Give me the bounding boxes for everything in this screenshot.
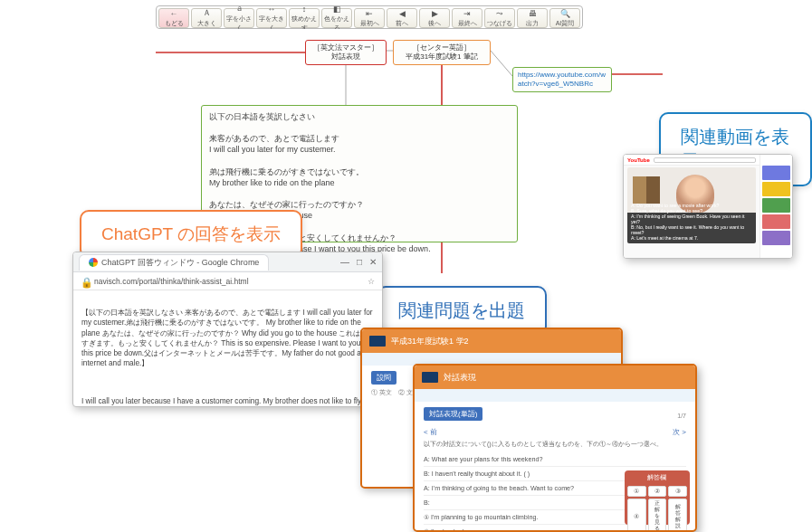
color-icon: ◧ (332, 5, 341, 14)
show-answer-button[interactable]: 正解を見る (648, 499, 667, 532)
answer-keypad: 解答欄 ① ② ③ ④ 正解を見る 解答解説 (625, 470, 690, 525)
prev-question-link[interactable]: < 前 (424, 427, 437, 437)
suggested-video-thumb[interactable] (762, 231, 790, 245)
quiz-line: A: What are your plans for this weekend? (424, 452, 686, 467)
url-text: navisch.com/portal/thinka/think-assist_a… (94, 277, 362, 286)
maximize-icon[interactable]: □ (357, 257, 362, 267)
chatgpt-response-content: 【以下の日本語を英訳しなさい 来客があるので、あとで電話します I will c… (73, 290, 382, 406)
color-button[interactable]: ◧色をかえる (321, 8, 352, 28)
back-icon: ← (169, 9, 178, 18)
answer-keypad-header: 解答欄 (627, 473, 687, 484)
browser-titlebar[interactable]: ChatGPT 回答ウィンドウ - Google Chrome — □ ✕ (73, 252, 382, 272)
node-grammar-master[interactable]: ［英文法マスター］ 対話表現 (305, 40, 387, 65)
go-last-button[interactable]: ⇥最終へ (452, 8, 482, 28)
browser-tab[interactable]: ChatGPT 回答ウィンドウ - Google Chrome (79, 254, 269, 271)
star-icon[interactable]: ☆ (368, 277, 375, 286)
go-next-button[interactable]: ▶後へ (419, 8, 450, 28)
youtube-search-input[interactable] (654, 157, 756, 163)
suggested-video-thumb[interactable] (762, 214, 790, 229)
wider-icon: ↔ (267, 5, 276, 14)
smaller-button[interactable]: ａ字を小さく (224, 8, 254, 28)
video-suggestions (759, 155, 792, 258)
narrower-button[interactable]: ↕狭めかえす (289, 8, 320, 28)
close-icon[interactable]: ✕ (369, 257, 377, 267)
chatgpt-browser-window: ChatGPT 回答ウィンドウ - Google Chrome — □ ✕ 🔒 … (72, 252, 383, 407)
go-prev-button-label: 前へ (396, 19, 408, 28)
go-last-icon: ⇥ (463, 9, 472, 18)
go-next-icon: ▶ (430, 9, 439, 18)
go-prev-icon: ◀ (397, 9, 406, 18)
print-button[interactable]: 🖶出力 (517, 8, 548, 28)
back-button[interactable]: ←もどる (158, 8, 189, 28)
suggested-video-thumb[interactable] (762, 166, 790, 180)
answer-choice-1[interactable]: ① (627, 486, 646, 497)
go-first-icon: ⇤ (365, 9, 374, 18)
quiz-section-label: 対話表現(単語) (424, 407, 482, 421)
svg-line-1 (491, 51, 512, 76)
go-prev-button[interactable]: ◀前へ (387, 8, 417, 28)
go-next-button-label: 後へ (428, 19, 441, 28)
ai-button[interactable]: 🔍AI質問 (549, 8, 580, 28)
quiz-logo-icon (422, 372, 438, 383)
quiz-section-label: 設問 (371, 371, 396, 385)
tab-title: ChatGPT 回答ウィンドウ - Google Chrome (101, 257, 259, 269)
print-button-label: 出力 (526, 19, 539, 28)
response-block-answer: I will call you later because I have a c… (81, 396, 372, 406)
youtube-window[interactable]: YouTube A: Do you want to see a movie af… (623, 154, 793, 259)
video-subtitles: A: Do you want to see a movie after work… (631, 204, 752, 242)
response-block-question: 【以下の日本語を英訳しなさい 来客があるので、あとで電話します I will c… (81, 308, 373, 367)
big-text-button-label: 大きく (197, 19, 216, 28)
print-icon: 🖶 (528, 9, 537, 18)
show-explain-button[interactable]: 解答解説 (668, 499, 687, 532)
answer-choice-4[interactable]: ④ (627, 499, 646, 532)
toolbar: ←もどるＡ大きくａ字を小さく↔字を大きく↕狭めかえす◧色をかえる⇤最初へ◀前へ▶… (156, 5, 583, 29)
suggested-video-thumb[interactable] (762, 198, 790, 213)
quiz-logo-icon (369, 336, 386, 347)
next-question-link[interactable]: 次 > (673, 427, 686, 437)
quiz-question-text: 以下の対話文について()に入るものとして適当なものを、下の①～④から一つ選べ。 (424, 440, 686, 449)
go-last-button-label: 最終へ (458, 19, 477, 28)
ai-icon: 🔍 (560, 9, 569, 18)
answer-choice-2[interactable]: ② (648, 486, 667, 497)
go-first-button-label: 最初へ (360, 19, 379, 28)
video-frame[interactable]: A: Do you want to see a movie after work… (627, 167, 756, 243)
node-youtube-url[interactable]: https://www.youtube.com/watch?v=vge6_W5N… (512, 67, 612, 92)
lock-icon: 🔒 (81, 277, 89, 285)
quiz-title: 平成31年度試験1 学2 (391, 336, 469, 347)
wider-button[interactable]: ↔字を大きく (256, 8, 287, 28)
quiz-title: 対話表現 (444, 372, 476, 384)
video-main-pane: YouTube A: Do you want to see a movie af… (624, 155, 759, 258)
youtube-logo-icon[interactable]: YouTube (627, 157, 650, 163)
connect-icon: ⤳ (495, 9, 504, 18)
connect-button[interactable]: ⤳つなげる (484, 8, 515, 28)
connect-button-label: つなげる (487, 19, 512, 28)
back-button-label: もどる (165, 19, 184, 28)
browser-address-bar[interactable]: 🔒 navisch.com/portal/thinka/think-assist… (73, 272, 382, 290)
go-first-button[interactable]: ⇤最初へ (354, 8, 385, 28)
quiz-line: ② I've booked our room. (424, 525, 686, 532)
background-shelf (633, 176, 660, 204)
chrome-favicon-icon (89, 258, 98, 267)
quiz-window-front[interactable]: 対話表現 対話表現(単語) 1/7 < 前 次 > 以下の対話文について()に入… (413, 364, 697, 532)
big-text-icon: Ａ (202, 9, 211, 18)
node-center-english[interactable]: ［センター英語］ 平成31年度試験1 筆記 (393, 40, 491, 65)
minimize-icon[interactable]: — (340, 257, 349, 267)
answer-choice-3[interactable]: ③ (668, 486, 687, 497)
smaller-icon: ａ (234, 5, 244, 14)
suggested-video-thumb[interactable] (762, 182, 790, 196)
narrower-icon: ↕ (300, 5, 309, 14)
ai-button-label: AI質問 (556, 19, 575, 28)
big-text-button[interactable]: Ａ大きく (191, 8, 222, 28)
